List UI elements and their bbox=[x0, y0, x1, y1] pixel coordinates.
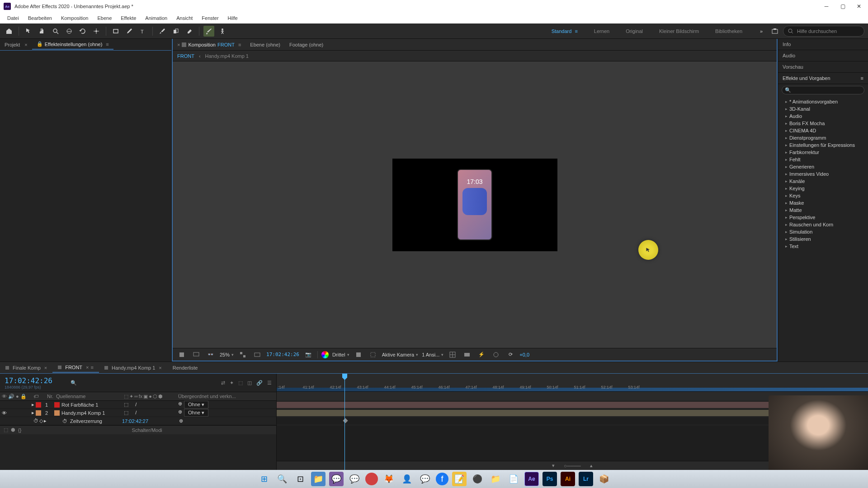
effect-category[interactable]: ▸ Farbkorrektur bbox=[778, 149, 868, 156]
timeline-tab[interactable]: Finale Komp × bbox=[0, 363, 52, 372]
roi-icon[interactable] bbox=[368, 349, 378, 360]
timeline-timecode[interactable]: 17:02:42:26 bbox=[5, 376, 52, 385]
effect-category[interactable]: ▸ Perspektive bbox=[778, 214, 868, 221]
effects-search-input[interactable]: 🔍 bbox=[782, 86, 864, 94]
minimize-button[interactable]: ─ bbox=[823, 3, 830, 10]
brush-tool[interactable] bbox=[157, 26, 168, 37]
effect-category[interactable]: ▸ Matte bbox=[778, 206, 868, 214]
help-search[interactable]: Hilfe durchsuchen bbox=[783, 26, 864, 37]
timeline-search-icon[interactable]: 🔍 bbox=[71, 380, 77, 386]
timeline-tab[interactable]: FRONT × ≡ bbox=[52, 363, 99, 373]
fast-preview-icon[interactable]: ⚡ bbox=[476, 349, 487, 360]
obs-icon[interactable]: ⚫ bbox=[470, 472, 485, 486]
parent-header[interactable]: Übergeordnet und verkn... bbox=[176, 394, 276, 399]
zoom-tool[interactable] bbox=[50, 26, 61, 37]
source-name-header[interactable]: Quellenname bbox=[54, 394, 122, 399]
composition-tab[interactable]: × Komposition FRONT ≡ bbox=[173, 40, 245, 49]
notepad-icon[interactable]: 📄 bbox=[506, 472, 521, 486]
effect-category[interactable]: ▸ Simulation bbox=[778, 228, 868, 235]
timecode-display[interactable]: 17:02:42:26 bbox=[266, 352, 299, 357]
after-effects-icon[interactable]: Ae bbox=[524, 472, 539, 486]
effect-category[interactable]: ▸ Text bbox=[778, 243, 868, 250]
effect-category[interactable]: ▸ 3D-Kanal bbox=[778, 105, 868, 113]
quality-dropdown[interactable]: Drittel ▾ bbox=[332, 352, 349, 357]
snapshot-icon[interactable] bbox=[769, 26, 780, 37]
viewport[interactable]: 17:03 bbox=[173, 61, 777, 348]
color-management-icon[interactable] bbox=[321, 351, 329, 358]
timeline-icon[interactable]: ☰ bbox=[267, 380, 272, 386]
effect-category[interactable]: ▸ Dienstprogramm bbox=[778, 134, 868, 141]
preview-tab[interactable]: Vorschau bbox=[778, 61, 868, 73]
camera-icon[interactable]: 📷 bbox=[303, 349, 314, 360]
rectangle-tool[interactable] bbox=[110, 26, 121, 37]
app-icon[interactable]: 📝 bbox=[452, 472, 467, 486]
resolution-icon[interactable] bbox=[237, 349, 248, 360]
app-icon[interactable] bbox=[365, 473, 378, 485]
workspace-standard[interactable]: Standard ≡ bbox=[548, 27, 581, 36]
switches-modes-label[interactable]: Schalter/Modi bbox=[132, 427, 162, 433]
text-tool[interactable]: T bbox=[137, 26, 148, 37]
effect-category[interactable]: ▸ Immersives Video bbox=[778, 170, 868, 178]
workspace-kleiner bildschirm[interactable]: Kleiner Bildschirm bbox=[656, 27, 703, 36]
mask-icon[interactable] bbox=[176, 349, 187, 360]
timeline-icon[interactable]: ⬚ bbox=[238, 380, 243, 386]
app-icon[interactable]: 📦 bbox=[597, 472, 611, 486]
property-value[interactable]: 17:02:42:27 bbox=[122, 418, 176, 424]
workspace-menu-icon[interactable]: » bbox=[756, 26, 767, 37]
playhead[interactable] bbox=[344, 374, 345, 470]
grid-icon[interactable] bbox=[447, 349, 458, 360]
selection-tool[interactable] bbox=[23, 26, 34, 37]
close-icon[interactable]: × bbox=[177, 42, 180, 47]
composition-canvas[interactable]: 17:03 bbox=[392, 159, 557, 251]
effect-category[interactable]: ▸ * Animationsvorgaben bbox=[778, 98, 868, 105]
workspace-lernen[interactable]: Lernen bbox=[590, 27, 613, 36]
menu-ebene[interactable]: Ebene bbox=[94, 14, 115, 22]
property-name[interactable]: Zeitverzerrung bbox=[70, 418, 102, 424]
zoom-in-icon[interactable]: ▴ bbox=[590, 463, 593, 469]
effect-category[interactable]: ▸ Keys bbox=[778, 192, 868, 199]
photoshop-icon[interactable]: Ps bbox=[542, 472, 557, 486]
task-view[interactable]: ⊡ bbox=[293, 472, 307, 486]
menu-komposition[interactable]: Komposition bbox=[57, 14, 92, 22]
footage-tab[interactable]: Footage (ohne) bbox=[285, 40, 328, 49]
breadcrumb-item[interactable]: Handy.mp4 Komp 1 bbox=[205, 53, 249, 59]
file-explorer[interactable]: 📁 bbox=[311, 472, 326, 486]
menu-bearbeiten[interactable]: Bearbeiten bbox=[24, 14, 56, 22]
app-icon[interactable]: 👤 bbox=[400, 472, 414, 486]
menu-effekte[interactable]: Effekte bbox=[117, 14, 140, 22]
eraser-tool[interactable] bbox=[184, 26, 195, 37]
workspace-original[interactable]: Original bbox=[622, 27, 646, 36]
firefox-icon[interactable]: 🦊 bbox=[382, 472, 396, 486]
timeline-layer-row[interactable]: ▸1Rot Farbfläche 1⬚ /⊕Ohne ▾ bbox=[0, 401, 276, 409]
timeline-layer-row[interactable]: 👁▸2Handy.mp4 Komp 1⬚ /⊕Ohne ▾ bbox=[0, 409, 276, 417]
zoom-dropdown[interactable]: 25% ▾ bbox=[220, 352, 234, 357]
zoom-slider[interactable]: ○──── bbox=[564, 463, 581, 469]
orbit-tool[interactable] bbox=[64, 26, 75, 37]
exposure-value[interactable]: +0,0 bbox=[519, 352, 529, 357]
effect-category[interactable]: ▸ Maske bbox=[778, 199, 868, 206]
timeline-tab[interactable]: Handy.mp4 Komp 1 × bbox=[99, 363, 167, 372]
zoom-out-icon[interactable]: ▾ bbox=[552, 463, 555, 469]
info-tab[interactable]: Info bbox=[778, 39, 868, 50]
effect-category[interactable]: ▸ Audio bbox=[778, 113, 868, 120]
effect-category[interactable]: ▸ CINEMA 4D bbox=[778, 127, 868, 134]
audio-tab[interactable]: Audio bbox=[778, 50, 868, 61]
panel-menu-icon[interactable]: ≡ bbox=[861, 75, 863, 81]
workspace-bibliotheken[interactable]: Bibliotheken bbox=[712, 27, 746, 36]
breadcrumb-item[interactable]: FRONT bbox=[177, 53, 194, 59]
footer-icon[interactable]: ⬚ bbox=[4, 427, 8, 433]
menu-datei[interactable]: Datei bbox=[4, 14, 23, 22]
home-tool[interactable] bbox=[4, 26, 14, 37]
views-dropdown[interactable]: 1 Ansi... ▾ bbox=[422, 352, 443, 357]
effect-category[interactable]: ▸ Rauschen und Korn bbox=[778, 221, 868, 228]
effect-category[interactable]: ▸ Kanäle bbox=[778, 178, 868, 185]
stopwatch-icon[interactable]: ⏱ bbox=[33, 418, 38, 424]
search-taskbar[interactable]: 🔍 bbox=[275, 472, 289, 486]
maximize-button[interactable]: ▢ bbox=[839, 3, 846, 10]
timeline-icon[interactable]: ✦ bbox=[230, 380, 234, 386]
app-icon[interactable]: 💬 bbox=[329, 472, 344, 486]
roto-tool[interactable] bbox=[203, 26, 214, 37]
menu-animation[interactable]: Animation bbox=[142, 14, 171, 22]
windows-start[interactable]: ⊞ bbox=[257, 472, 271, 486]
pen-tool[interactable] bbox=[124, 26, 135, 37]
